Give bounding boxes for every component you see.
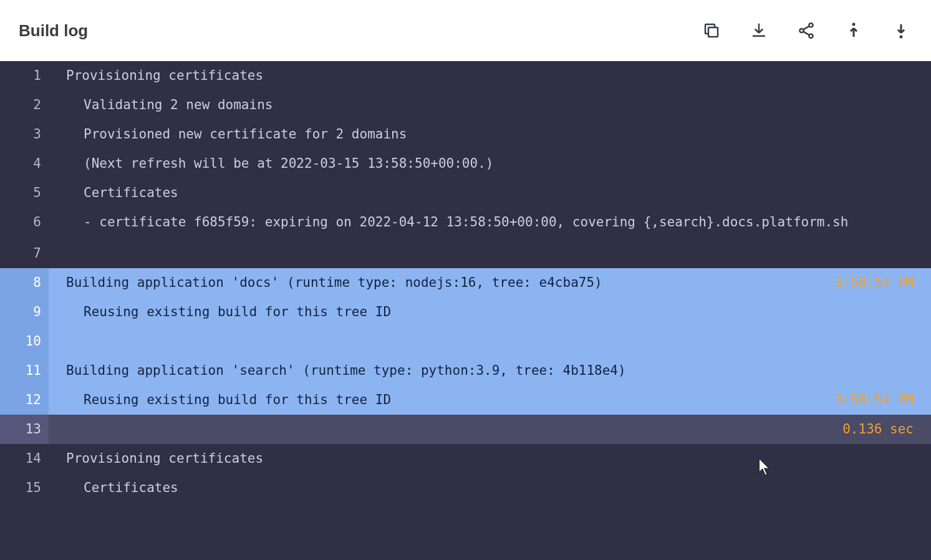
- line-text: Certificates: [49, 473, 931, 503]
- line-number: 12: [0, 385, 49, 415]
- share-icon: [797, 21, 816, 40]
- timestamp: 0.136 sec: [842, 415, 931, 444]
- log-container: 1Provisioning certificates2Validating 2 …: [0, 61, 931, 560]
- line-number: 9: [0, 297, 49, 327]
- line-text: (Next refresh will be at 2022-03-15 13:5…: [49, 149, 931, 178]
- line-text: Certificates: [49, 178, 931, 208]
- log-row[interactable]: 5Certificates: [0, 178, 931, 208]
- timestamp: 3:58:54 PM: [835, 385, 931, 415]
- log-row[interactable]: 9Reusing existing build for this tree ID: [0, 297, 931, 327]
- line-number: 2: [0, 90, 49, 120]
- svg-point-1: [809, 23, 813, 27]
- copy-button[interactable]: [700, 19, 723, 42]
- line-text: Reusing existing build for this tree ID: [49, 297, 931, 327]
- download-button[interactable]: [748, 19, 770, 42]
- collapse-up-icon: [844, 21, 863, 40]
- log-row[interactable]: 10: [0, 327, 931, 356]
- svg-point-5: [900, 36, 903, 39]
- header: Build log: [0, 0, 931, 61]
- line-text: - certificate f685f59: expiring on 2022-…: [49, 208, 931, 239]
- log-row[interactable]: 15Certificates: [0, 473, 931, 503]
- svg-point-3: [809, 34, 813, 38]
- line-text: Validating 2 new domains: [49, 90, 931, 120]
- line-number: 4: [0, 149, 49, 178]
- timestamp: 3:58:54 PM: [835, 268, 931, 297]
- log-row[interactable]: 3Provisioned new certificate for 2 domai…: [0, 120, 931, 149]
- line-text: Reusing existing build for this tree ID: [49, 385, 835, 415]
- line-number: 3: [0, 120, 49, 149]
- action-group-main: [700, 19, 818, 42]
- header-actions: [700, 19, 912, 42]
- line-number: 13: [0, 415, 49, 444]
- page-title: Build log: [19, 21, 88, 41]
- action-group-nav: [842, 19, 912, 42]
- log-row[interactable]: 4(Next refresh will be at 2022-03-15 13:…: [0, 149, 931, 178]
- share-button[interactable]: [795, 19, 818, 42]
- log-row[interactable]: 130.136 sec: [0, 415, 931, 444]
- log-row[interactable]: 2Validating 2 new domains: [0, 90, 931, 120]
- line-number: 8: [0, 268, 49, 297]
- line-number: 15: [0, 473, 49, 503]
- log-row[interactable]: 6- certificate f685f59: expiring on 2022…: [0, 208, 931, 239]
- collapse-down-icon: [892, 21, 910, 40]
- line-text: Provisioned new certificate for 2 domain…: [49, 120, 931, 149]
- svg-rect-0: [708, 27, 718, 37]
- copy-icon: [702, 21, 721, 40]
- log-wrapper: 1Provisioning certificates2Validating 2 …: [0, 61, 931, 560]
- log-row[interactable]: 8Building application 'docs' (runtime ty…: [0, 268, 931, 297]
- line-text: Building application 'search' (runtime t…: [49, 356, 931, 385]
- line-number: 7: [0, 239, 49, 268]
- svg-point-4: [852, 23, 856, 26]
- log-row[interactable]: 11Building application 'search' (runtime…: [0, 356, 931, 385]
- line-text: Provisioning certificates: [49, 61, 931, 90]
- line-text: Building application 'docs' (runtime typ…: [49, 268, 835, 297]
- scroll-top-button[interactable]: [842, 19, 865, 42]
- log-row[interactable]: 7: [0, 239, 931, 268]
- download-icon: [750, 21, 768, 40]
- log-row[interactable]: 12Reusing existing build for this tree I…: [0, 385, 931, 415]
- scroll-bottom-button[interactable]: [890, 19, 912, 42]
- log-row[interactable]: 1Provisioning certificates: [0, 61, 931, 90]
- line-number: 5: [0, 178, 49, 208]
- svg-point-2: [799, 29, 803, 32]
- line-number: 11: [0, 356, 49, 385]
- line-number: 10: [0, 327, 49, 356]
- line-number: 14: [0, 444, 49, 473]
- line-number: 6: [0, 208, 49, 235]
- line-number: 1: [0, 61, 49, 90]
- log-row[interactable]: 14Provisioning certificates: [0, 444, 931, 473]
- line-text: Provisioning certificates: [49, 444, 931, 473]
